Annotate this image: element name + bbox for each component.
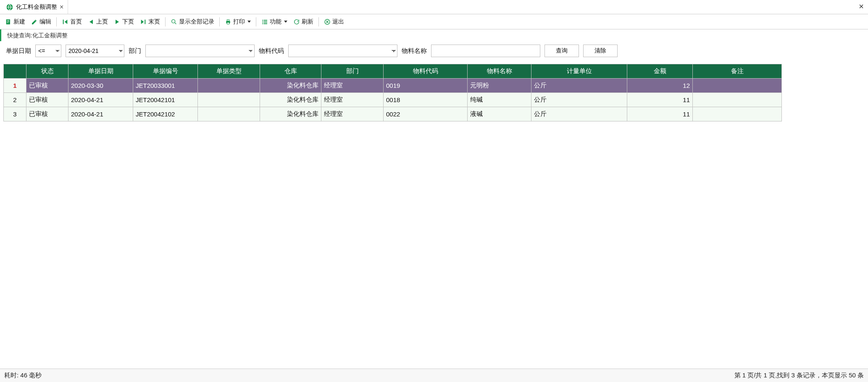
col-rownum[interactable] [4,64,26,79]
cell-amount[interactable]: 11 [627,93,693,107]
new-button[interactable]: 新建 [3,17,28,27]
last-page-label: 末页 [148,18,160,26]
table-row[interactable]: 1已审核2020-03-30JET20033001染化料仓库经理室0019元明粉… [4,79,782,93]
prev-page-icon [88,18,95,25]
cell-status[interactable]: 已审核 [26,93,68,107]
clear-button[interactable]: 清除 [583,45,618,57]
col-warehouse[interactable]: 仓库 [260,64,321,79]
cell-date[interactable]: 2020-04-21 [68,107,133,121]
print-label: 打印 [233,18,245,26]
svg-rect-10 [227,22,229,24]
cell-remark[interactable] [693,93,782,107]
col-matcode[interactable]: 物料代码 [384,64,468,79]
next-page-label: 下页 [122,18,134,26]
cell-warehouse[interactable]: 染化料仓库 [260,107,321,121]
cell-matcode[interactable]: 0022 [384,107,468,121]
close-icon[interactable]: × [60,3,63,11]
material-name-input[interactable] [431,45,540,57]
cell-dept[interactable]: 经理室 [321,93,384,107]
rownum[interactable]: 1 [4,79,26,93]
svg-rect-13 [262,21,263,22]
cell-amount[interactable]: 11 [627,107,693,121]
cell-dept[interactable]: 经理室 [321,107,384,121]
table-row[interactable]: 2已审核2020-04-21JET20042101染化料仓库经理室0018纯碱公… [4,93,782,107]
exit-button[interactable]: 退出 [321,17,347,27]
svg-rect-3 [7,21,9,21]
table-row[interactable]: 3已审核2020-04-21JET20042102染化料仓库经理室0022液碱公… [4,107,782,121]
cell-matcode[interactable]: 0018 [384,93,468,107]
col-status[interactable]: 状态 [26,64,68,79]
svg-rect-2 [7,20,9,21]
cell-amount[interactable]: 12 [627,79,693,93]
refresh-icon [293,18,300,25]
function-button[interactable]: 功能 [259,17,290,27]
svg-rect-1 [6,19,10,24]
cell-warehouse[interactable]: 染化料仓库 [260,79,321,93]
cell-docno[interactable]: JET20042101 [133,93,198,107]
cell-date[interactable]: 2020-04-21 [68,93,133,107]
col-uom[interactable]: 计量单位 [531,64,627,79]
exit-label: 退出 [332,18,344,26]
prev-page-label: 上页 [96,18,108,26]
col-amount[interactable]: 金额 [627,64,693,79]
svg-rect-5 [63,19,64,24]
cell-matname[interactable]: 元明粉 [468,79,531,93]
col-remark[interactable]: 备注 [693,64,782,79]
tab-chemical-amount-adjust[interactable]: 化工料金额调整 × [2,0,68,14]
table-header-row: 状态 单据日期 单据编号 单据类型 仓库 部门 物料代码 物料名称 计量单位 金… [4,64,782,79]
svg-rect-6 [145,19,145,24]
col-docno[interactable]: 单据编号 [133,64,198,79]
show-all-button[interactable]: 显示全部记录 [168,17,217,27]
cell-status[interactable]: 已审核 [26,107,68,121]
cell-date[interactable]: 2020-03-30 [68,79,133,93]
col-dept[interactable]: 部门 [321,64,384,79]
material-name-label: 物料名称 [402,47,427,55]
cell-doctype[interactable] [198,107,260,121]
function-label: 功能 [270,18,281,26]
exit-icon [324,18,331,25]
material-code-select[interactable] [288,45,397,57]
print-icon [225,18,231,25]
cell-dept[interactable]: 经理室 [321,79,384,93]
cell-remark[interactable] [693,107,782,121]
col-date[interactable]: 单据日期 [68,64,133,79]
svg-rect-16 [263,23,267,24]
svg-rect-14 [263,21,267,22]
search-icon [171,18,177,25]
rownum[interactable]: 2 [4,93,26,107]
refresh-button[interactable]: 刷新 [291,17,316,27]
dept-select[interactable] [145,45,255,57]
cell-matcode[interactable]: 0019 [384,79,468,93]
cell-docno[interactable]: JET20042102 [133,107,198,121]
last-page-button[interactable]: 末页 [137,17,163,27]
cell-uom[interactable]: 公斤 [531,93,627,107]
cell-status[interactable]: 已审核 [26,79,68,93]
last-page-icon [140,18,147,25]
col-doctype[interactable]: 单据类型 [198,64,260,79]
cell-doctype[interactable] [198,93,260,107]
prev-page-button[interactable]: 上页 [85,17,110,27]
cell-matname[interactable]: 纯碱 [468,93,531,107]
rownum[interactable]: 3 [4,107,26,121]
cell-uom[interactable]: 公斤 [531,107,627,121]
cell-docno[interactable]: JET20033001 [133,79,198,93]
first-page-button[interactable]: 首页 [59,17,84,27]
cell-matname[interactable]: 液碱 [468,107,531,121]
next-page-button[interactable]: 下页 [111,17,137,27]
svg-rect-9 [227,19,229,21]
new-icon [5,18,12,25]
col-matname[interactable]: 物料名称 [468,64,531,79]
cell-uom[interactable]: 公斤 [531,79,627,93]
edit-button[interactable]: 编辑 [29,17,54,27]
query-button[interactable]: 查询 [544,45,579,57]
print-button[interactable]: 打印 [222,17,253,27]
new-label: 新建 [13,18,25,26]
cell-doctype[interactable] [198,79,260,93]
data-grid[interactable]: 状态 单据日期 单据编号 单据类型 仓库 部门 物料代码 物料名称 计量单位 金… [3,64,782,121]
cell-warehouse[interactable]: 染化料仓库 [260,93,321,107]
window-close-icon[interactable]: × [859,2,864,11]
cell-remark[interactable] [693,79,782,93]
date-operator-select[interactable]: <= [35,45,61,57]
tab-bar: 化工料金额调整 × × [0,0,868,14]
date-select[interactable]: 2020-04-21 [66,45,124,57]
